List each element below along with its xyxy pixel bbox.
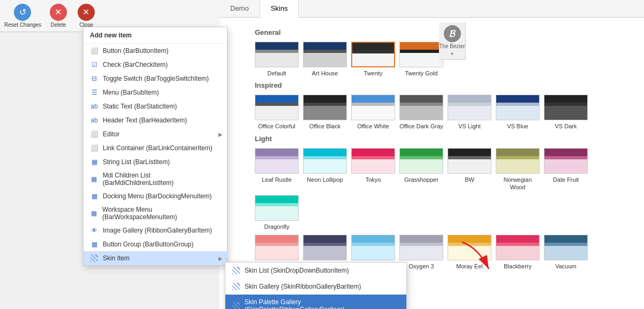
tab-skins[interactable]: Skins <box>260 0 299 18</box>
add-new-dropdown: Add new item ⬜Button (BarButtonItem)☑Che… <box>83 27 228 32</box>
tab-demo[interactable]: Demo <box>219 0 260 17</box>
main-area: DemoSkins 𝓑 The Bezier ▾ GeneralDefaultA… <box>219 0 644 32</box>
add-new-title: Add new item <box>84 27 227 32</box>
delete-button[interactable]: ✕ Delete <box>48 4 69 28</box>
close-button[interactable]: ✕ Close <box>75 4 97 28</box>
bezier-logo[interactable]: 𝓑 The Bezier ▾ <box>439 22 466 32</box>
reset-label: Reset Changes <box>4 22 41 28</box>
bezier-icon: 𝓑 <box>444 25 461 32</box>
tabs-bar: DemoSkins <box>219 0 644 18</box>
close-icon: ✕ <box>78 4 95 21</box>
delete-icon: ✕ <box>50 4 67 21</box>
reset-icon: ↺ <box>14 4 31 21</box>
reset-button[interactable]: ↺ Reset Changes <box>4 4 41 28</box>
delete-label: Delete <box>50 22 66 28</box>
